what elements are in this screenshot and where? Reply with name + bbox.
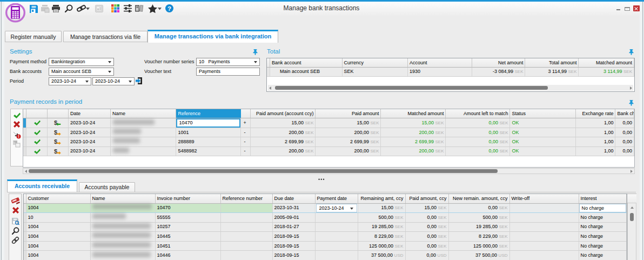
svg-text:$: $ [54, 138, 57, 145]
svg-text:$: $ [54, 129, 57, 136]
svg-text:$: $ [54, 148, 57, 155]
svg-text:!: ! [18, 134, 19, 139]
svg-text:$: $ [54, 119, 57, 126]
svg-text:?: ? [167, 5, 171, 12]
